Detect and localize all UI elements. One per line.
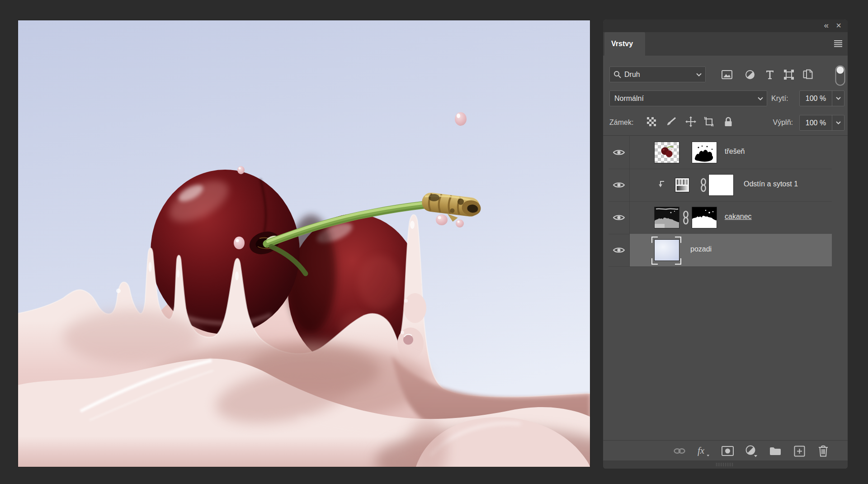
lock-artboard-nesting-icon[interactable] xyxy=(703,116,715,128)
selection-bracket-icon xyxy=(651,237,658,243)
tab-layers-label: Vrstvy xyxy=(611,40,633,47)
selection-bracket-icon xyxy=(675,258,681,265)
layer-style-button[interactable]: fx xyxy=(697,444,710,458)
panel-footer xyxy=(603,460,848,469)
panel-header: « × xyxy=(603,19,848,32)
layer-list: třešeň xyxy=(609,136,832,267)
selection-bracket-icon xyxy=(651,258,658,265)
opacity-dropdown-icon[interactable] xyxy=(832,91,844,106)
layer-name[interactable]: třešeň xyxy=(725,147,745,156)
lock-label: Zámek: xyxy=(609,119,633,127)
eye-icon xyxy=(613,181,625,189)
filter-smart-objects-icon[interactable] xyxy=(802,69,814,81)
canvas-image xyxy=(18,20,590,467)
chevron-down-icon xyxy=(758,97,763,100)
layer-mask-thumbnail[interactable] xyxy=(692,207,717,228)
eye-icon xyxy=(613,214,625,221)
mask-link-icon[interactable] xyxy=(700,178,707,194)
opacity-input[interactable]: 100 % xyxy=(799,90,844,106)
adjustment-layer-thumbnail[interactable] xyxy=(675,178,689,192)
filter-type-layers-icon[interactable] xyxy=(764,69,776,81)
fill-dropdown-icon[interactable] xyxy=(832,115,844,130)
blend-mode-select[interactable]: Normální xyxy=(609,90,767,106)
lock-all-icon[interactable] xyxy=(722,116,734,128)
chevron-down-icon xyxy=(696,73,702,76)
search-icon xyxy=(613,71,621,78)
svg-text:fx: fx xyxy=(698,445,705,456)
layer-row-tresen[interactable]: třešeň xyxy=(609,136,832,169)
fill-input[interactable]: 100 % xyxy=(799,115,844,131)
filter-kind-select[interactable]: Druh xyxy=(609,66,706,82)
lock-position-icon[interactable] xyxy=(685,116,697,128)
fill-value: 100 % xyxy=(800,119,832,127)
opacity-value: 100 % xyxy=(800,95,832,103)
layers-panel: « × Vrstvy Druh xyxy=(603,19,848,469)
layer-mask-thumbnail[interactable] xyxy=(692,142,717,163)
layer-row-pozadi[interactable]: pozadi xyxy=(609,234,832,267)
layer-name-editing[interactable]: cakanec xyxy=(725,213,752,221)
blend-mode-value: Normální xyxy=(614,95,644,103)
document-canvas[interactable] xyxy=(18,20,590,467)
tab-layers[interactable]: Vrstvy xyxy=(604,32,645,56)
clipping-mask-arrow-icon xyxy=(658,180,665,190)
layer-thumbnail[interactable] xyxy=(654,142,679,163)
layer-name[interactable]: pozadi xyxy=(690,245,712,253)
visibility-toggle[interactable] xyxy=(609,201,630,234)
panel-menu-icon[interactable] xyxy=(834,40,842,47)
layers-panel-toolbar: fx xyxy=(603,440,848,461)
collapse-panel-icon[interactable]: « xyxy=(824,19,828,32)
fill-label: Výplň: xyxy=(757,119,793,127)
mask-link-icon[interactable] xyxy=(682,210,689,227)
layer-thumbnail[interactable] xyxy=(654,207,679,228)
photoshop-workspace: « × Vrstvy Druh xyxy=(0,0,868,484)
layer-mask-thumbnail[interactable] xyxy=(708,174,734,196)
filter-kind-value: Druh xyxy=(624,71,640,79)
close-panel-icon[interactable]: × xyxy=(836,19,841,32)
delete-layer-button[interactable] xyxy=(816,444,830,458)
new-group-button[interactable] xyxy=(769,444,782,458)
visibility-toggle[interactable] xyxy=(609,136,630,169)
visibility-toggle[interactable] xyxy=(609,234,630,266)
visibility-toggle[interactable] xyxy=(609,169,630,201)
eye-icon xyxy=(613,149,625,156)
lock-pixels-icon[interactable] xyxy=(665,116,677,128)
filter-pixel-layers-icon[interactable] xyxy=(721,69,733,81)
layer-row-odstin[interactable]: Odstín a sytost 1 xyxy=(609,169,832,202)
selection-bracket-icon xyxy=(675,237,681,243)
add-layer-mask-button[interactable] xyxy=(721,444,734,458)
resize-grip[interactable] xyxy=(716,463,734,466)
divider xyxy=(603,135,848,136)
layer-name[interactable]: Odstín a sytost 1 xyxy=(744,180,798,188)
layer-row-cakanec[interactable]: cakanec xyxy=(609,201,832,234)
new-layer-button[interactable] xyxy=(793,444,806,458)
eye-icon xyxy=(613,247,625,254)
new-adjustment-layer-button[interactable] xyxy=(745,444,758,458)
filter-shape-layers-icon[interactable] xyxy=(783,69,795,81)
filter-toggle[interactable] xyxy=(835,65,845,86)
opacity-label: Krytí: xyxy=(771,95,788,103)
lock-transparency-icon[interactable] xyxy=(646,116,657,128)
link-layers-button[interactable] xyxy=(673,444,686,458)
filter-adjustment-layers-icon[interactable] xyxy=(744,69,756,81)
panel-tab-bar: Vrstvy xyxy=(603,32,848,56)
